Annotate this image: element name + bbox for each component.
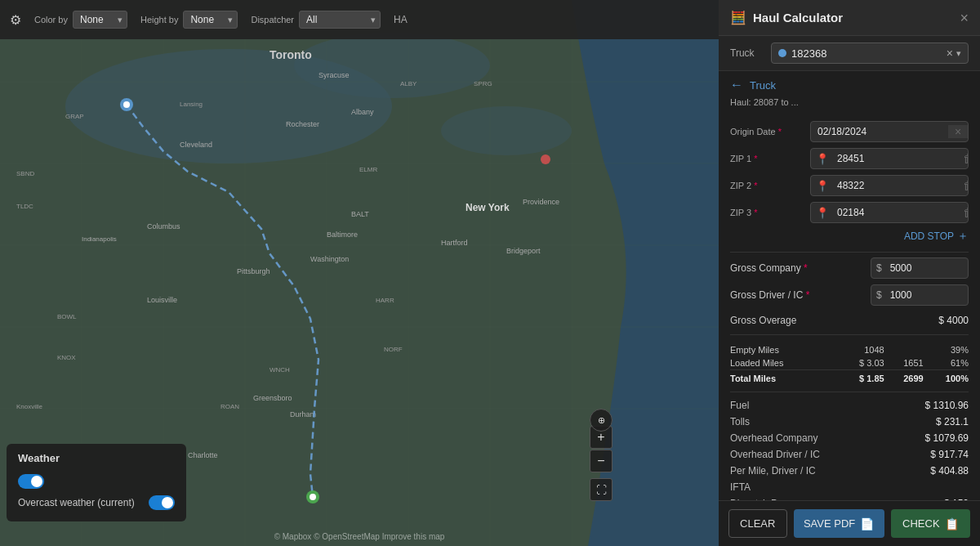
gross-driver-field[interactable]	[887, 285, 968, 305]
tolls-label: Tolls	[730, 416, 750, 427]
per-mile-label: Per Mile, Driver / IC	[730, 465, 816, 477]
clear-button[interactable]: CLEAR	[728, 509, 787, 538]
origin-date-field[interactable]	[811, 122, 948, 141]
stats-row-total: Total Miles $ 1.85 2699 100%	[730, 370, 969, 386]
panel-scroll[interactable]: Origin Date * × ZIP 1 * 📍 🗑 ZIP 2	[719, 113, 980, 500]
color-by-select-wrap[interactable]: None Speed Time	[73, 11, 127, 29]
dispatcher-select[interactable]: All Dispatcher 1 Dispatcher 2	[299, 11, 381, 29]
back-row: ← Truck	[719, 71, 980, 92]
svg-text:NORF: NORF	[384, 346, 403, 353]
stats-loaded-miles: 1651	[884, 356, 924, 370]
svg-text:ALBY: ALBY	[400, 80, 417, 87]
dispatcher-label: Dispatcher	[251, 15, 294, 25]
panel-footer: CLEAR SAVE PDF 📄 CHECK 📋	[719, 500, 980, 546]
weather-toggle-1[interactable]	[18, 474, 44, 489]
gross-driver-input-wrap: $	[871, 284, 969, 306]
svg-text:Washington: Washington	[310, 255, 349, 263]
check-button[interactable]: CHECK 📋	[891, 509, 970, 538]
map-container[interactable]: Toronto Cleveland Columbus Indianapolis …	[0, 0, 719, 546]
weather-row-1	[18, 471, 175, 492]
stats-total-pct: 100%	[924, 370, 969, 386]
weather-row-2: Overcast weather (current)	[18, 492, 175, 513]
zip1-location-icon: 📍	[811, 153, 834, 165]
zip3-field[interactable]	[834, 203, 963, 222]
fullscreen-button[interactable]: ⛶	[590, 478, 612, 501]
gross-company-label: Gross Company *	[730, 262, 866, 274]
expense-row-per-mile: Per Mile, Driver / IC $ 404.88	[730, 463, 969, 479]
weather-toggle-2[interactable]	[149, 495, 175, 510]
expense-row-tolls: Tolls $ 231.1	[730, 414, 969, 430]
zip3-label: ZIP 3 *	[730, 208, 804, 217]
add-stop-button[interactable]: ADD STOP ＋	[904, 229, 969, 244]
svg-text:Cleveland: Cleveland	[180, 141, 212, 149]
add-stop-row: ADD STOP ＋	[730, 229, 969, 244]
ha-label: HA	[394, 14, 408, 25]
back-arrow-icon[interactable]: ←	[730, 78, 743, 92]
svg-text:Louisville: Louisville	[147, 296, 177, 304]
zip1-field[interactable]	[834, 149, 963, 168]
clear-label: CLEAR	[740, 517, 775, 530]
expense-row-overhead-company: Overhead Company $ 1079.69	[730, 430, 969, 446]
height-by-control: Height by None Speed Time	[140, 11, 238, 29]
svg-text:HARR: HARR	[376, 297, 394, 304]
zip3-location-icon: 📍	[811, 207, 834, 219]
chevron-down-icon[interactable]: ▾	[956, 48, 961, 59]
zip1-delete-button[interactable]: 🗑	[963, 152, 969, 165]
expense-row-fuel: Fuel $ 1310.96	[730, 397, 969, 414]
color-by-select[interactable]: None Speed Time	[73, 11, 127, 29]
right-panel: 🧮 Haul Calculator × Truck 182368 × ▾ ← T…	[719, 0, 980, 546]
svg-text:Bridgeport: Bridgeport	[506, 247, 541, 255]
per-mile-value: $ 404.88	[930, 465, 969, 477]
settings-button-wrap[interactable]: ⚙	[10, 12, 21, 28]
svg-text:BOWL: BOWL	[57, 313, 77, 320]
compass-button[interactable]: ⊕	[590, 409, 612, 432]
svg-text:Toronto: Toronto	[270, 48, 312, 61]
origin-date-label: Origin Date *	[730, 127, 804, 136]
color-by-control: Color by None Speed Time	[34, 11, 127, 29]
close-button[interactable]: ×	[960, 11, 969, 25]
height-by-select-wrap[interactable]: None Speed Time	[183, 11, 238, 29]
weather-row-2-label: Overcast weather (current)	[18, 497, 135, 508]
zip3-delete-button[interactable]: 🗑	[963, 206, 969, 219]
svg-text:Columbus: Columbus	[147, 222, 180, 230]
haul-calculator-title: Haul Calculator	[753, 11, 843, 25]
stats-empty-miles	[884, 343, 924, 356]
zoom-out-button[interactable]: −	[590, 450, 612, 472]
overhead-driver-value: $ 917.74	[930, 449, 969, 460]
svg-text:Hartford: Hartford	[441, 239, 468, 247]
weather-title: Weather	[18, 452, 175, 464]
calculator-icon: 🧮	[730, 10, 746, 25]
truck-input-wrap: 182368 × ▾	[771, 43, 969, 64]
svg-text:Rochester: Rochester	[286, 120, 319, 128]
tolls-value: $ 231.1	[936, 416, 969, 427]
expense-row-overhead-driver: Overhead Driver / IC $ 917.74	[730, 446, 969, 463]
plus-icon: ＋	[957, 229, 969, 244]
haul-calculator-header: 🧮 Haul Calculator ×	[719, 0, 980, 36]
ifta-label: IFTA	[730, 481, 751, 493]
svg-point-53	[310, 494, 316, 500]
zip2-delete-button[interactable]: 🗑	[963, 179, 969, 192]
height-by-select[interactable]: None Speed Time	[183, 11, 238, 29]
truck-clear-button[interactable]: ×	[947, 47, 953, 60]
zip2-field[interactable]	[834, 176, 963, 195]
origin-date-input-wrap: ×	[810, 121, 969, 142]
back-label[interactable]: Truck	[750, 79, 776, 92]
divider-2	[730, 334, 969, 335]
truck-label: Truck	[730, 47, 763, 59]
zip1-row: ZIP 1 * 📍 🗑	[730, 148, 969, 169]
zip3-input-wrap: 📍 🗑	[810, 202, 969, 223]
svg-text:WNCH: WNCH	[270, 366, 290, 374]
gear-icon[interactable]: ⚙	[10, 12, 21, 28]
save-pdf-label: SAVE PDF	[804, 517, 855, 530]
svg-text:KNOX: KNOX	[57, 354, 76, 361]
svg-text:ELMR: ELMR	[359, 166, 377, 173]
dispatcher-select-wrap[interactable]: All Dispatcher 1 Dispatcher 2	[299, 11, 381, 29]
svg-text:Baltimore: Baltimore	[327, 230, 358, 239]
stats-loaded-rate: $ 3.03	[835, 356, 884, 370]
save-pdf-button[interactable]: SAVE PDF 📄	[794, 509, 884, 538]
gross-company-field[interactable]	[887, 258, 968, 278]
svg-point-51	[123, 101, 130, 108]
origin-date-clear-button[interactable]: ×	[948, 125, 968, 138]
fuel-label: Fuel	[730, 400, 749, 411]
top-bar: ⚙ Color by None Speed Time Height by Non…	[0, 0, 719, 39]
